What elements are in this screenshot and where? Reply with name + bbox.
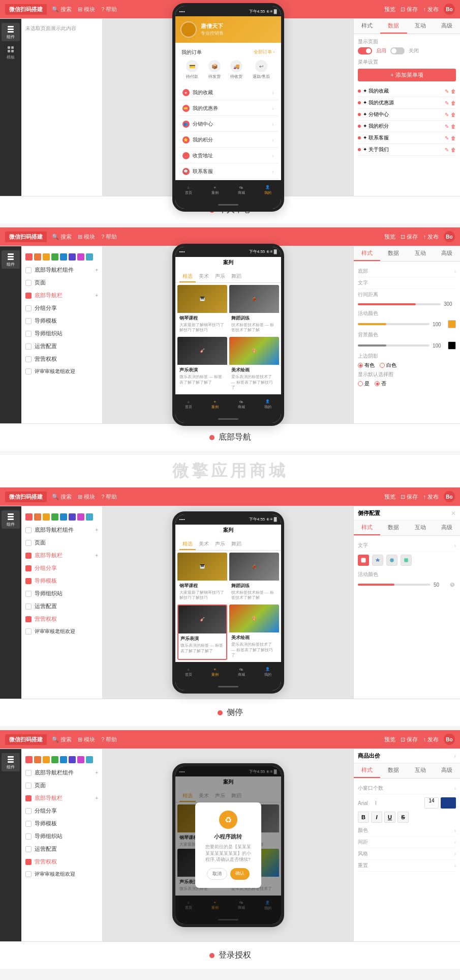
rp-edit-1[interactable]: ✎ (445, 89, 449, 94)
comp4-item-5[interactable]: 导师模板 (21, 817, 102, 830)
save-btn-1[interactable]: ⊡ 保存 (401, 6, 418, 13)
comp-check-checked[interactable] (25, 859, 32, 865)
disc-card3-2[interactable]: 💃 舞蹈训练 技术标签技术标签 — 标签技术了解了解 (229, 553, 279, 603)
disc-card3-1[interactable]: 🎹 钢琴课程 大家最新了解钢琴技巧了解技巧了解技巧 (177, 553, 227, 603)
order-icon-refund[interactable]: ↩ 退款/售后 (253, 60, 270, 79)
rp4-strikethrough-btn[interactable]: S (397, 812, 409, 823)
color-blue[interactable] (60, 253, 67, 261)
disc-card3-4[interactable]: 🎨 美术绘画 爱乐表演的标签技术了 — 标签表了解了解技巧了 (229, 604, 279, 660)
comp-item-tutor[interactable]: 导师模板 (21, 314, 102, 327)
comp-check[interactable] (25, 628, 32, 635)
rp-delete-1[interactable]: 🗑 (451, 89, 456, 94)
comp-check[interactable] (25, 267, 32, 273)
order-icon-pending-pay[interactable]: 💳 待付款 (186, 60, 198, 79)
color-green-4[interactable] (51, 756, 58, 763)
disc-card3-3[interactable]: 🎸 声乐表演 微乐表演的标签 — 标签表了解了解了解了 (177, 604, 227, 660)
comp3-item-8[interactable]: 营营权权 (21, 613, 102, 625)
comp-check[interactable] (25, 603, 32, 610)
disc-card-3[interactable]: 🎸 声乐表演 微乐表演的标签 — 标签表了解了解了解了 (177, 337, 227, 392)
comp-check[interactable] (25, 808, 32, 814)
nav-module-3[interactable]: ⊞ 模块 (78, 493, 95, 501)
color-cyan-4[interactable] (86, 756, 93, 763)
nav-search-2[interactable]: 🔍 搜索 (52, 233, 72, 241)
rp-delete-4[interactable]: 🗑 (451, 124, 456, 129)
color-orange-3[interactable] (34, 513, 41, 521)
comp4-item-1[interactable]: 底部导航栏组件 + (21, 766, 102, 779)
nav2-home[interactable]: ⌂首页 (185, 400, 192, 410)
color-pink[interactable] (77, 253, 84, 261)
rp4-tab-data[interactable]: 数据 (380, 763, 407, 778)
comp-add[interactable]: + (95, 770, 98, 775)
rp-edit-2[interactable]: ✎ (445, 100, 449, 106)
comp4-item-6[interactable]: 导师组织站 (21, 830, 102, 843)
comp-add[interactable]: + (95, 527, 98, 533)
comp-add[interactable]: + (95, 267, 98, 273)
rp-edit-4[interactable]: ✎ (445, 124, 449, 129)
rp-edit-5[interactable]: ✎ (445, 135, 449, 141)
comp-item-page[interactable]: 页面 (21, 276, 102, 289)
comp3-item-5[interactable]: 导师模板 (21, 574, 102, 587)
comp-item-group[interactable]: 分组分享 (21, 302, 102, 314)
order-icon-pending-recv[interactable]: 🚚 待收货 (230, 60, 242, 79)
comp-check[interactable] (25, 280, 32, 286)
disc-card-4[interactable]: 🎨 美术绘画 爱乐表演的标签技术了 — 标签表了解了解技巧了 (229, 337, 279, 392)
color-purple-4[interactable] (69, 756, 76, 763)
disc-tab3-featured[interactable]: 精选 (179, 539, 196, 550)
rp2-ds-no[interactable]: 否 (375, 380, 386, 387)
comp-item-review[interactable]: 评审审核老组欢迎 (21, 365, 102, 378)
comp-check-checked[interactable] (25, 795, 32, 801)
nav2-mine[interactable]: 👤我的 (264, 399, 271, 410)
menu-item-distribution[interactable]: 👥 分销中心 › (177, 117, 279, 132)
nav-help-1[interactable]: ? 帮助 (101, 6, 117, 13)
comp-check[interactable] (25, 783, 32, 789)
rp2-radio-no[interactable]: 白色 (380, 362, 396, 369)
comp-check-checked-3[interactable] (25, 553, 32, 559)
rp4-close-btn[interactable]: › (454, 753, 456, 760)
rp-delete-3[interactable]: 🗑 (451, 112, 456, 118)
rp2-tab-advanced[interactable]: 高级 (434, 246, 460, 261)
comp-item-tutor-org[interactable]: 导师组织站 (21, 327, 102, 340)
rp4-underline-btn[interactable]: U (384, 812, 395, 823)
nav3-shop[interactable]: 🛍商城 (238, 668, 245, 677)
color-yellow[interactable] (43, 253, 50, 261)
disc-tab-art[interactable]: 美术 (196, 271, 212, 282)
color-green-3[interactable] (51, 513, 58, 521)
comp-add[interactable]: + (95, 795, 98, 801)
rp3-close-btn[interactable]: ✕ (451, 510, 456, 517)
comp-add[interactable]: + (95, 293, 98, 298)
comp3-item-9[interactable]: 评审审核老组欢迎 (21, 625, 102, 638)
color-blue-3[interactable] (60, 513, 67, 521)
rp3-color-icon-3[interactable] (386, 555, 397, 566)
comp-check[interactable] (25, 343, 32, 350)
order-icon-pending-ship[interactable]: 📦 待发货 (208, 60, 221, 79)
nav-module-1[interactable]: ⊞ 模块 (78, 6, 95, 13)
nav3-mine[interactable]: 👤我的 (264, 667, 271, 677)
comp-item-ops[interactable]: 运营配置 (21, 340, 102, 353)
comp-check[interactable] (25, 318, 32, 324)
rp-tab-advanced-1[interactable]: 高级 (434, 19, 460, 34)
rp3-tab-advanced[interactable]: 高级 (434, 521, 460, 535)
rp3-color-icon-2[interactable] (372, 555, 383, 566)
nav-help-2[interactable]: ? 帮助 (101, 233, 117, 241)
sidebar-pages-1[interactable]: 组件 (2, 23, 20, 41)
disc-tab-vocal[interactable]: 声乐 (212, 271, 228, 282)
nav2-case[interactable]: ≡案例 (211, 400, 219, 410)
nav-shop[interactable]: 🛍商城 (238, 186, 245, 195)
disc-tab-featured[interactable]: 精选 (179, 271, 196, 282)
comp3-item-2[interactable]: 页面 (21, 536, 102, 549)
rp3-tab-interact[interactable]: 互动 (407, 521, 434, 535)
nav-help-4[interactable]: ? 帮助 (101, 736, 117, 743)
rp2-tab-style[interactable]: 样式 (354, 246, 380, 261)
comp-check[interactable] (25, 527, 32, 533)
rp3-tab-style[interactable]: 样式 (354, 521, 380, 535)
comp-check-checked[interactable] (25, 293, 32, 299)
avatar-1[interactable]: Bo (444, 4, 455, 15)
rp4-italic-btn[interactable]: I (371, 812, 382, 823)
comp-check-checked[interactable] (25, 565, 32, 571)
color-pink-3[interactable] (77, 513, 84, 521)
comp-item-marketing[interactable]: 营营权权 (21, 353, 102, 365)
disc-tab3-art[interactable]: 美术 (196, 539, 212, 550)
comp3-item-6[interactable]: 导师组织站 (21, 587, 102, 600)
rp3-reset-icon[interactable] (449, 581, 456, 588)
comp4-item-4[interactable]: 分组分享 (21, 804, 102, 817)
